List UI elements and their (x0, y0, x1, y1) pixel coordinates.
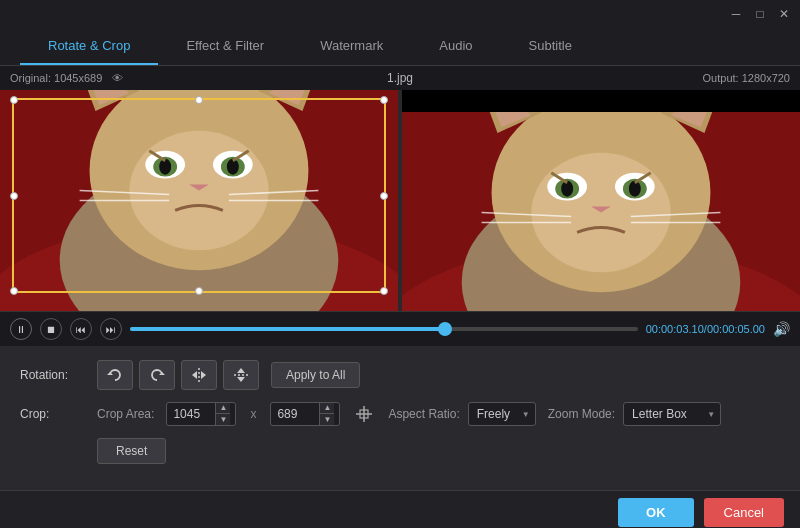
crop-height-up[interactable]: ▲ (320, 403, 334, 414)
crop-handle-mr[interactable] (380, 192, 388, 200)
crop-row: Crop: Crop Area: ▲ ▼ x ▲ ▼ Aspect R (20, 402, 780, 426)
cancel-button[interactable]: Cancel (704, 498, 784, 527)
output-image-wrapper (402, 90, 800, 311)
stop-button[interactable]: ⏹ (40, 318, 62, 340)
preview-area: Original: 1045x689 👁 1.jpg Output: 1280x… (0, 66, 800, 346)
svg-marker-44 (107, 372, 113, 375)
crop-overlay[interactable] (12, 98, 386, 293)
svg-point-36 (629, 181, 641, 197)
svg-marker-47 (192, 371, 197, 379)
flip-vertical-button[interactable] (223, 360, 259, 390)
tab-audio[interactable]: Audio (411, 28, 500, 65)
prev-frame-button[interactable]: ⏮ (70, 318, 92, 340)
svg-marker-45 (159, 372, 165, 375)
svg-marker-51 (237, 377, 245, 382)
svg-marker-48 (201, 371, 206, 379)
aspect-ratio-wrap: Aspect Ratio: Freely 16:9 4:3 1:1 9:16 (388, 402, 535, 426)
crop-handle-bm[interactable] (195, 287, 203, 295)
ok-button[interactable]: OK (618, 498, 694, 527)
zoom-mode-wrap: Zoom Mode: Letter Box Pan & Scan Full (548, 402, 721, 426)
center-icon-svg (354, 404, 374, 424)
time-total: 00:00:05.00 (707, 323, 765, 335)
preview-right (402, 90, 800, 311)
crop-height-down[interactable]: ▼ (320, 414, 334, 425)
tab-subtitle[interactable]: Subtitle (501, 28, 600, 65)
original-label: Original: 1045x689 (10, 72, 102, 84)
progress-bar-area: ⏸ ⏹ ⏮ ⏭ 00:00:03.10/00:00:05.00 🔊 (0, 311, 800, 346)
rotate-left-icon (106, 366, 124, 384)
bottom-bar: OK Cancel (0, 490, 800, 528)
close-button[interactable]: ✕ (776, 6, 792, 22)
cat-svg-right (402, 112, 800, 311)
zoom-mode-select-wrap: Letter Box Pan & Scan Full (623, 402, 721, 426)
x-separator: x (250, 407, 256, 421)
time-display: 00:00:03.10/00:00:05.00 (646, 323, 765, 335)
next-frame-button[interactable]: ⏭ (100, 318, 122, 340)
crop-width-up[interactable]: ▲ (216, 403, 230, 414)
crop-handle-tl[interactable] (10, 96, 18, 104)
output-label: Output: 1280x720 (703, 72, 790, 84)
rotation-row: Rotation: (20, 360, 780, 390)
svg-point-35 (561, 181, 573, 197)
pause-button[interactable]: ⏸ (10, 318, 32, 340)
volume-icon[interactable]: 🔊 (773, 321, 790, 337)
progress-thumb[interactable] (438, 322, 452, 336)
crop-width-input-wrap: ▲ ▼ (166, 402, 236, 426)
crop-handle-ml[interactable] (10, 192, 18, 200)
previews-container (0, 90, 800, 311)
flip-h-icon (190, 366, 208, 384)
rotation-label: Rotation: (20, 368, 85, 382)
tab-watermark[interactable]: Watermark (292, 28, 411, 65)
crop-height-input-wrap: ▲ ▼ (270, 402, 340, 426)
tab-rotate-crop[interactable]: Rotate & Crop (20, 28, 158, 65)
crop-height-spinners: ▲ ▼ (319, 403, 334, 425)
crop-handle-br[interactable] (380, 287, 388, 295)
preview-left[interactable] (0, 90, 398, 311)
crop-handle-tr[interactable] (380, 96, 388, 104)
progress-fill (130, 327, 445, 331)
tab-effect-filter[interactable]: Effect & Filter (158, 28, 292, 65)
eye-icon[interactable]: 👁 (112, 72, 123, 84)
rotate-right-button[interactable] (139, 360, 175, 390)
crop-handle-tm[interactable] (195, 96, 203, 104)
filename-label: 1.jpg (387, 71, 413, 85)
tabs-bar: Rotate & Crop Effect & Filter Watermark … (0, 28, 800, 66)
rotation-buttons (97, 360, 259, 390)
aspect-ratio-select-wrap: Freely 16:9 4:3 1:1 9:16 (468, 402, 536, 426)
restore-button[interactable]: □ (752, 6, 768, 22)
zoom-mode-label: Zoom Mode: (548, 407, 615, 421)
zoom-mode-select[interactable]: Letter Box Pan & Scan Full (623, 402, 721, 426)
crop-height-input[interactable] (271, 403, 319, 425)
rotate-left-button[interactable] (97, 360, 133, 390)
aspect-ratio-select[interactable]: Freely 16:9 4:3 1:1 9:16 (468, 402, 536, 426)
crop-handle-bl[interactable] (10, 287, 18, 295)
controls-section: Rotation: (0, 346, 800, 490)
progress-track[interactable] (130, 327, 638, 331)
preview-labels: Original: 1045x689 👁 1.jpg Output: 1280x… (0, 66, 800, 90)
output-image (402, 112, 800, 311)
aspect-ratio-label: Aspect Ratio: (388, 407, 459, 421)
minimize-button[interactable]: ─ (728, 6, 744, 22)
reset-button[interactable]: Reset (97, 438, 166, 464)
center-crop-icon[interactable] (352, 402, 376, 426)
crop-width-down[interactable]: ▼ (216, 414, 230, 425)
crop-label: Crop: (20, 407, 85, 421)
flip-v-icon (232, 366, 250, 384)
apply-to-all-button[interactable]: Apply to All (271, 362, 360, 388)
title-bar: ─ □ ✕ (0, 0, 800, 28)
svg-marker-50 (237, 368, 245, 373)
flip-horizontal-button[interactable] (181, 360, 217, 390)
reset-row: Reset (20, 438, 780, 464)
crop-area-label: Crop Area: (97, 407, 154, 421)
rotate-right-icon (148, 366, 166, 384)
time-current: 00:00:03.10 (646, 323, 704, 335)
crop-width-spinners: ▲ ▼ (215, 403, 230, 425)
crop-width-input[interactable] (167, 403, 215, 425)
